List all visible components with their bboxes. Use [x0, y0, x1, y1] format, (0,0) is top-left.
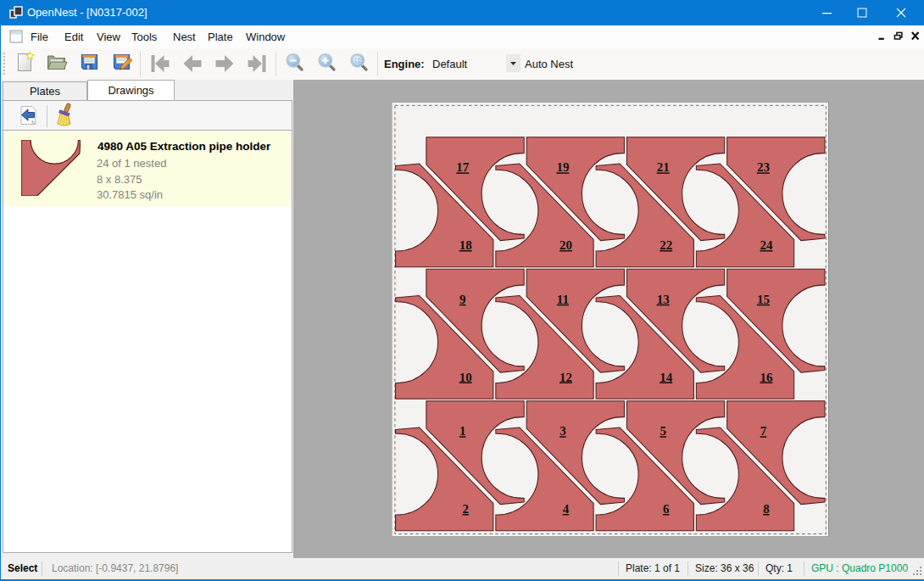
svg-text:19: 19 [556, 160, 569, 174]
svg-text:8: 8 [763, 502, 770, 516]
svg-text:5: 5 [660, 424, 666, 438]
svg-text:21: 21 [657, 160, 670, 174]
svg-text:16: 16 [760, 371, 773, 384]
svg-text:2: 2 [462, 502, 469, 516]
svg-text:22: 22 [660, 238, 672, 252]
svg-text:13: 13 [657, 293, 670, 306]
svg-text:14: 14 [660, 371, 673, 384]
svg-text:7: 7 [760, 424, 767, 438]
svg-text:11: 11 [557, 293, 569, 306]
svg-text:1: 1 [459, 424, 466, 438]
svg-text:24: 24 [760, 238, 773, 252]
svg-text:4: 4 [563, 502, 570, 516]
svg-text:15: 15 [757, 293, 770, 306]
svg-text:3: 3 [559, 424, 566, 438]
svg-text:10: 10 [459, 371, 472, 384]
svg-text:12: 12 [559, 371, 572, 384]
svg-text:9: 9 [459, 293, 466, 306]
svg-text:6: 6 [663, 502, 670, 516]
svg-text:23: 23 [757, 160, 770, 174]
svg-text:20: 20 [559, 238, 572, 252]
svg-text:17: 17 [456, 160, 470, 174]
svg-text:18: 18 [459, 238, 472, 252]
